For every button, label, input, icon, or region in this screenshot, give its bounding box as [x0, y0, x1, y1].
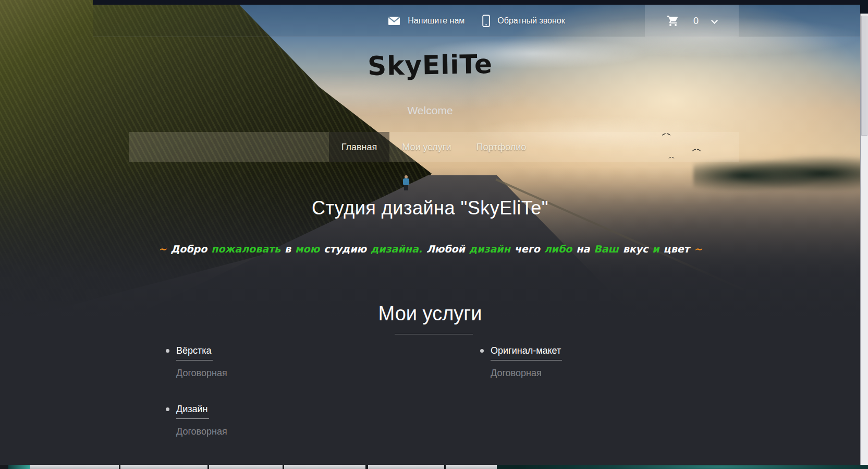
- service-price: Договорная: [491, 368, 794, 379]
- tagline-word: пожаловать: [211, 243, 280, 255]
- scrollbar-thumb[interactable]: [861, 16, 867, 136]
- main-nav: Главная Мои услуги Портфолио: [129, 132, 739, 162]
- nav-item-portfolio[interactable]: Портфолио: [463, 132, 539, 162]
- contact-topbar: Напишите нам Обратный звонок 0: [93, 5, 860, 37]
- list-item: Дизайн Договорная: [166, 404, 480, 437]
- service-price: Договорная: [176, 368, 480, 379]
- cart-count: 0: [693, 16, 699, 27]
- tagline-word: Любой: [426, 243, 465, 255]
- callback-label: Обратный звонок: [497, 16, 565, 26]
- tagline-word: цвет: [664, 243, 690, 255]
- envelope-icon: [388, 16, 400, 26]
- hero-tagline: ~Добропожаловатьвмоюстудиюдизайна.Любойд…: [0, 243, 860, 255]
- browser-viewport: Напишите нам Обратный звонок 0 SkyEliTe …: [0, 0, 868, 469]
- tagline-word: дизайн: [469, 243, 510, 255]
- taskbar-window-preview[interactable]: [446, 465, 497, 469]
- scrollbar-top-cap: [860, 0, 868, 14]
- site-subtitle: Welcome: [0, 104, 860, 117]
- list-item: Оригинал-макет Договорная: [480, 345, 794, 379]
- bullet-icon: [166, 407, 169, 411]
- tagline-word: ~: [158, 243, 166, 255]
- bullet-icon: [480, 349, 484, 353]
- tagline-word: Ваш: [594, 243, 618, 255]
- tagline-word: вкус: [623, 243, 649, 255]
- tagline-word: в: [285, 243, 291, 255]
- page-title: Студия дизайна "SkyEliTe": [0, 197, 860, 219]
- heading-underline: [395, 334, 473, 334]
- services-heading: Мои услуги: [0, 303, 860, 325]
- nav-item-services[interactable]: Мои услуги: [389, 132, 463, 162]
- tagline-word: дизайна.: [371, 243, 422, 255]
- bullet-icon: [166, 349, 169, 353]
- shopping-cart-icon: [666, 15, 680, 27]
- tagline-word: на: [576, 243, 590, 255]
- window-top-edge: [93, 0, 868, 5]
- list-item: Вёрстка Договорная: [166, 345, 480, 379]
- taskbar-window-preview[interactable]: [8, 465, 30, 469]
- tagline-word: ~: [694, 243, 702, 255]
- service-link-original-maket[interactable]: Оригинал-макет: [491, 345, 562, 360]
- tagline-word: и: [652, 243, 659, 255]
- os-taskbar-edge: [0, 465, 868, 469]
- tagline-word: мою: [295, 243, 320, 255]
- mobile-phone-icon: [482, 15, 490, 27]
- tagline-word: чего: [515, 243, 540, 255]
- services-list: Вёрстка Договорная Оригинал-макет Догово…: [166, 345, 797, 437]
- service-link-design[interactable]: Дизайн: [176, 404, 209, 419]
- email-contact-link[interactable]: Напишите нам: [388, 16, 464, 26]
- cart-button[interactable]: 0: [645, 5, 739, 37]
- taskbar-window-preview[interactable]: [30, 465, 119, 469]
- service-link-verstka[interactable]: Вёрстка: [176, 345, 213, 360]
- taskbar-window-preview[interactable]: [368, 465, 444, 469]
- taskbar-window-preview[interactable]: [209, 465, 283, 469]
- tagline-word: студию: [324, 243, 366, 255]
- chevron-down-icon: [712, 17, 717, 22]
- taskbar-window-preview[interactable]: [284, 465, 365, 469]
- nav-item-home[interactable]: Главная: [329, 132, 390, 162]
- taskbar-glow: [497, 465, 868, 469]
- scrollbar-track[interactable]: [860, 0, 868, 469]
- taskbar-window-preview[interactable]: [120, 465, 207, 469]
- service-price: Договорная: [176, 426, 480, 437]
- callback-link[interactable]: Обратный звонок: [482, 15, 565, 27]
- tagline-word: либо: [544, 243, 572, 255]
- email-contact-label: Напишите нам: [408, 16, 464, 26]
- contact-group: Напишите нам Обратный звонок: [93, 5, 860, 37]
- tagline-word: Добро: [170, 243, 207, 255]
